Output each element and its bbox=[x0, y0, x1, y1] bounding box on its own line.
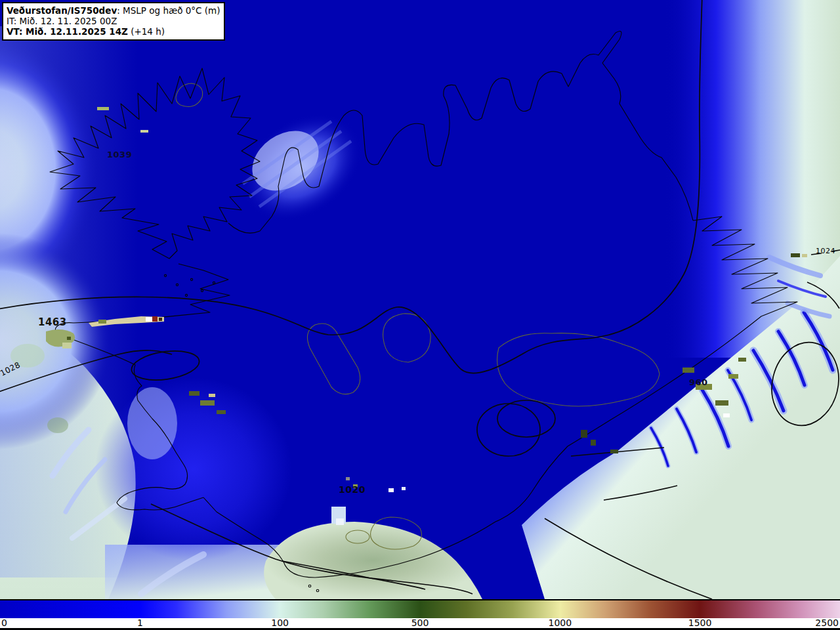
colorbar-tick-1: 1 bbox=[137, 618, 143, 628]
title-line-1: Veðurstofan/IS750dev: MSLP og hæð 0°C (m… bbox=[7, 5, 220, 16]
colorbar-tick-0: 0 bbox=[1, 618, 7, 628]
map-value-label-960: 960 bbox=[689, 378, 708, 387]
map-area: 10391463102410281020960 Veðurstofan/IS75… bbox=[0, 0, 840, 599]
title-box: Veðurstofan/IS750dev: MSLP og hæð 0°C (m… bbox=[2, 2, 225, 41]
colorbar-tick-500: 500 bbox=[411, 618, 429, 628]
map-value-label-1463: 1463 bbox=[38, 318, 67, 327]
colorbar-tick-2500: 2500 bbox=[815, 618, 839, 628]
lead-time: (+14 h) bbox=[128, 26, 165, 37]
map-value-label-1020: 1020 bbox=[339, 485, 366, 494]
model-name: Veðurstofan/IS750dev bbox=[7, 5, 117, 16]
gradient-field bbox=[0, 0, 840, 599]
colorbar-gradient bbox=[0, 600, 840, 618]
map-value-label-1039: 1039 bbox=[107, 150, 132, 159]
colorbar: 01100500100015002500 bbox=[0, 599, 840, 630]
valid-time: VT: Mið. 12.11.2025 14Z bbox=[7, 26, 128, 37]
colorbar-tick-100: 100 bbox=[271, 618, 289, 628]
colorbar-ticks: 01100500100015002500 bbox=[0, 618, 840, 628]
colorbar-tick-1500: 1500 bbox=[688, 618, 712, 628]
product-name: : MSLP og hæð 0°C (m) bbox=[117, 5, 220, 16]
map-graphic bbox=[0, 0, 840, 599]
map-value-label-1024: 1024 bbox=[816, 247, 835, 255]
weather-map-page: 10391463102410281020960 Veðurstofan/IS75… bbox=[0, 0, 840, 630]
title-line-3: VT: Mið. 12.11.2025 14Z (+14 h) bbox=[7, 26, 220, 37]
colorbar-tick-1000: 1000 bbox=[549, 618, 572, 628]
init-time: IT: Mið. 12. 11. 2025 00Z bbox=[7, 16, 220, 26]
